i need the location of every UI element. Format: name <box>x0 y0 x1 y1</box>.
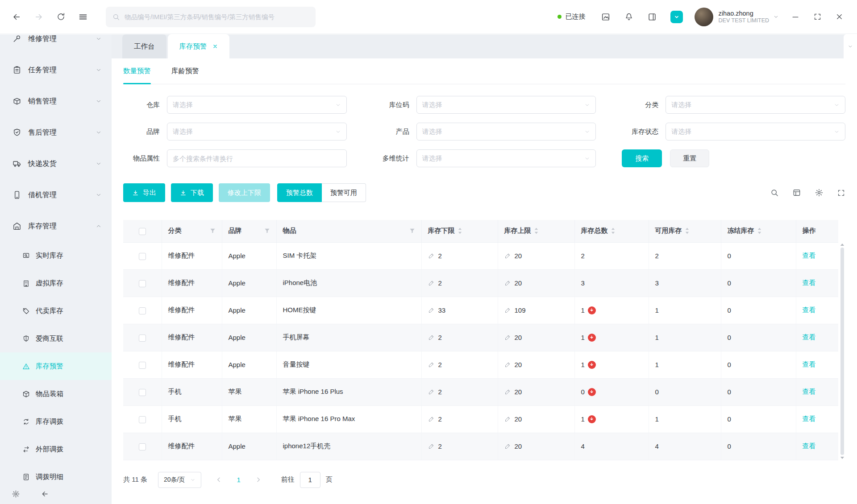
maximize-button[interactable] <box>813 12 822 21</box>
view-link[interactable]: 查看 <box>803 252 816 259</box>
download-button[interactable]: 下载 <box>171 183 213 202</box>
filter-funnel-icon[interactable] <box>210 228 216 234</box>
view-link[interactable]: 查看 <box>803 306 816 314</box>
sidebar-subitem-realtime-stock[interactable]: 实时库存 <box>0 242 112 269</box>
edit-upper-limit-icon[interactable] <box>504 307 511 314</box>
filter-funnel-icon[interactable] <box>409 228 415 234</box>
sort-icon[interactable] <box>685 227 690 235</box>
sidebar-subitem-stock-transfer[interactable]: 库存调拨 <box>0 408 112 435</box>
goto-page-input[interactable] <box>300 472 320 488</box>
tab-list-chevron-icon[interactable] <box>844 34 857 58</box>
sidebar-item-aftersales[interactable]: 售后管理 <box>0 117 112 148</box>
notifications-bell-icon[interactable] <box>624 12 634 22</box>
sort-icon[interactable] <box>534 227 539 235</box>
stock-status-select[interactable]: 请选择 <box>666 123 845 140</box>
category-select[interactable]: 请选择 <box>666 96 845 114</box>
alert-total-button[interactable]: 预警总数 <box>277 183 322 202</box>
row-checkbox[interactable] <box>139 280 146 287</box>
next-page-icon[interactable] <box>255 476 262 483</box>
menu-icon[interactable] <box>78 12 88 22</box>
tab-workbench[interactable]: 工作台 <box>122 34 166 58</box>
edit-lower-limit-icon[interactable] <box>428 252 435 259</box>
scrollbar-thumb[interactable] <box>840 248 844 455</box>
scroll-up-icon[interactable] <box>840 243 845 246</box>
refresh-icon[interactable] <box>56 12 66 21</box>
user-menu-chevron-icon[interactable] <box>773 13 779 20</box>
minimize-button[interactable] <box>791 12 800 21</box>
edit-lower-limit-icon[interactable] <box>428 443 435 450</box>
sidebar-subitem-virtual-stock[interactable]: 虚拟库存 <box>0 269 112 297</box>
page-size-select[interactable]: 20条/页 <box>158 472 201 488</box>
view-link[interactable]: 查看 <box>803 360 816 368</box>
row-checkbox[interactable] <box>139 443 146 450</box>
item-attributes-input[interactable] <box>167 149 347 167</box>
sidebar-item-tasks[interactable]: 任务管理 <box>0 54 112 86</box>
sort-icon[interactable] <box>611 227 616 235</box>
sort-icon[interactable] <box>757 227 762 235</box>
avatar[interactable] <box>695 8 713 26</box>
close-tab-icon[interactable] <box>212 44 218 49</box>
sidebar-subitem-aishang-link[interactable]: 爱商互联 <box>0 325 112 352</box>
sidebar-item-delivery[interactable]: 快递发货 <box>0 148 112 179</box>
screenshot-icon[interactable] <box>601 12 611 22</box>
warehouse-select[interactable]: 请选择 <box>167 96 347 114</box>
global-search[interactable] <box>106 7 316 27</box>
edit-lower-limit-icon[interactable] <box>428 307 435 314</box>
edit-lower-limit-icon[interactable] <box>428 280 435 286</box>
sidebar-subitem-stock-alert[interactable]: 库存预警 <box>0 352 112 380</box>
edit-upper-limit-icon[interactable] <box>504 443 511 450</box>
export-button[interactable]: 导出 <box>123 183 165 202</box>
subtab-quantity-alert[interactable]: 数量预警 <box>123 58 151 84</box>
row-checkbox[interactable] <box>139 253 146 260</box>
view-link[interactable]: 查看 <box>803 279 816 286</box>
modify-limits-button[interactable]: 修改上下限 <box>219 183 270 202</box>
settings-gear-icon[interactable] <box>12 490 20 498</box>
collapse-sidebar-icon[interactable] <box>41 490 49 498</box>
back-icon[interactable] <box>12 12 21 22</box>
forward-icon[interactable] <box>34 12 44 22</box>
tab-stock-alert[interactable]: 库存预警 <box>168 34 229 58</box>
table-settings-gear-icon[interactable] <box>815 188 824 197</box>
search-button[interactable]: 搜索 <box>622 149 662 167</box>
fullscreen-icon[interactable] <box>837 189 845 197</box>
column-settings-icon[interactable] <box>792 188 801 197</box>
location-code-select[interactable]: 请选择 <box>416 96 596 114</box>
table-scrollbar[interactable] <box>839 243 845 460</box>
edit-lower-limit-icon[interactable] <box>428 416 435 422</box>
current-page[interactable]: 1 <box>237 476 240 483</box>
global-search-input[interactable] <box>125 13 309 21</box>
edit-upper-limit-icon[interactable] <box>504 280 511 286</box>
sidebar-item-loan-device[interactable]: 借机管理 <box>0 179 112 211</box>
sidebar-item-repair[interactable]: 维修管理 <box>0 34 112 54</box>
scroll-down-icon[interactable] <box>840 456 845 459</box>
row-checkbox[interactable] <box>139 335 146 342</box>
row-checkbox[interactable] <box>139 362 146 369</box>
sort-icon[interactable] <box>458 227 462 235</box>
filter-funnel-icon[interactable] <box>264 228 270 234</box>
select-all-checkbox[interactable] <box>139 228 146 235</box>
table-search-icon[interactable] <box>770 188 779 197</box>
sidebar-subitem-external-transfer[interactable]: 外部调拨 <box>0 435 112 463</box>
quick-access-icon[interactable] <box>670 11 683 23</box>
edit-upper-limit-icon[interactable] <box>504 388 511 395</box>
product-select[interactable]: 请选择 <box>416 123 596 140</box>
edit-upper-limit-icon[interactable] <box>504 416 511 422</box>
subtab-age-alert[interactable]: 库龄预警 <box>171 58 199 84</box>
edit-lower-limit-icon[interactable] <box>428 388 435 395</box>
edit-upper-limit-icon[interactable] <box>504 252 511 259</box>
edit-upper-limit-icon[interactable] <box>504 334 511 341</box>
edit-lower-limit-icon[interactable] <box>428 361 435 368</box>
row-checkbox[interactable] <box>139 307 146 314</box>
sidebar-subitem-item-packing[interactable]: 物品装箱 <box>0 380 112 408</box>
sidebar-item-inventory[interactable]: 库存管理 <box>0 211 112 242</box>
view-link[interactable]: 查看 <box>803 388 816 395</box>
panel-toggle-icon[interactable] <box>647 12 657 22</box>
alert-available-button[interactable]: 预警可用 <box>322 183 366 202</box>
edit-upper-limit-icon[interactable] <box>504 361 511 368</box>
view-link[interactable]: 查看 <box>803 415 816 422</box>
row-checkbox[interactable] <box>139 416 146 423</box>
sidebar-item-sales[interactable]: 销售管理 <box>0 86 112 117</box>
prev-page-icon[interactable] <box>216 476 222 483</box>
brand-select[interactable]: 请选择 <box>167 123 347 140</box>
row-checkbox[interactable] <box>139 389 146 396</box>
